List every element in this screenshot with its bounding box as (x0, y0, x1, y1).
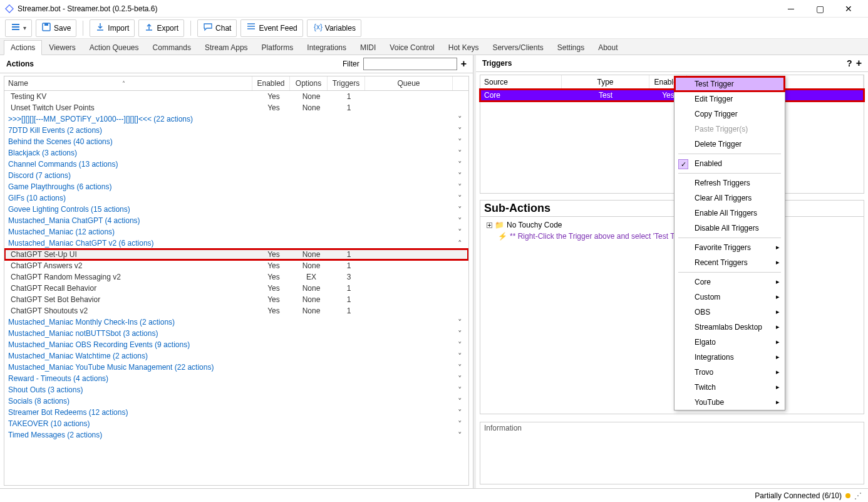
actions-list[interactable]: Name˄ Enabled Options Triggers Queue Tes… (4, 76, 469, 486)
menu-edit-trigger[interactable]: Edit Trigger (674, 92, 785, 107)
tab-viewers[interactable]: Viewers (42, 40, 82, 55)
tab-hot-keys[interactable]: Hot Keys (442, 40, 486, 55)
group-label: Mustached_Maniac YouTube Music Managemen… (8, 363, 214, 372)
col-triggers[interactable]: Triggers (328, 76, 365, 90)
action-group[interactable]: Behind the Scenes (40 actions)˅ (4, 136, 468, 147)
action-group[interactable]: 7DTD Kill Events (2 actions)˅ (4, 125, 468, 136)
expand-icon[interactable]: + (487, 222, 492, 228)
action-row[interactable]: ChatGPT Set-Up UIYesNone1 (4, 249, 468, 260)
import-button[interactable]: Import (90, 19, 135, 37)
chevron-down-icon: ˅ (458, 216, 462, 226)
sub-actions-title: Sub-Actions (480, 201, 864, 217)
action-group[interactable]: Mustached_Maniac Monthly Check-Ins (2 ac… (4, 316, 468, 328)
menu-clear-all-triggers[interactable]: Clear All Triggers (674, 191, 785, 206)
menu-delete-trigger[interactable]: Delete Trigger (674, 137, 785, 152)
save-button[interactable]: Save (36, 19, 76, 37)
chat-button[interactable]: Chat (197, 19, 237, 37)
tab-integrations[interactable]: Integrations (300, 40, 353, 55)
action-group[interactable]: Blackjack (3 actions)˅ (4, 147, 468, 159)
trigger-row[interactable]: Core Test Yes (480, 90, 864, 101)
action-row[interactable]: ChatGPT Shoutouts v2YesNone1 (4, 305, 468, 316)
action-group[interactable]: Channel Commands (13 actions)˅ (4, 159, 468, 170)
action-group[interactable]: Shout Outs (3 actions)˅ (4, 384, 468, 395)
tab-about[interactable]: About (591, 40, 624, 55)
menu-test-trigger[interactable]: Test Trigger (674, 76, 785, 92)
action-group[interactable]: Govee Lighting Controls (15 actions)˅ (4, 204, 468, 215)
action-group[interactable]: Socials (8 actions)˅ (4, 395, 468, 407)
tab-commands[interactable]: Commands (146, 40, 198, 55)
action-group[interactable]: Streamer Bot Redeems (12 actions)˅ (4, 407, 468, 418)
menu-custom[interactable]: Custom▸ (674, 290, 785, 305)
tab-actions[interactable]: Actions (4, 40, 42, 55)
action-row[interactable]: ChatGPT Random Messaging v2YesEX3 (4, 271, 468, 283)
action-row[interactable]: Unset Twitch User PointsYesNone1 (4, 102, 468, 113)
menu-twitch[interactable]: Twitch▸ (674, 380, 785, 395)
action-group[interactable]: Reward - Timeouts (4 actions)˅ (4, 373, 468, 384)
group-label: Shout Outs (3 actions) (8, 385, 83, 394)
menu-core[interactable]: Core▸ (674, 275, 785, 290)
action-group[interactable]: TAKEOVER (10 actions)˅ (4, 418, 468, 429)
col-type[interactable]: Type (562, 75, 649, 89)
action-group[interactable]: Game Playthroughs (6 actions)˅ (4, 181, 468, 192)
variables-button[interactable]: {x} Variables (307, 19, 361, 37)
sort-caret-icon: ˄ (122, 80, 125, 87)
menu-copy-trigger[interactable]: Copy Trigger (674, 107, 785, 122)
action-row[interactable]: Testing KVYesNone1 (4, 91, 468, 102)
menu-elgato[interactable]: Elgato▸ (674, 335, 785, 350)
menu-recent-triggers[interactable]: Recent Triggers▸ (674, 255, 785, 270)
menu-streamlabs[interactable]: Streamlabs Desktop▸ (674, 320, 785, 335)
menu-disable-all-triggers[interactable]: Disable All Triggers (674, 221, 785, 236)
action-group[interactable]: Mustached_Maniac notBUTTSbot (3 actions)… (4, 328, 468, 339)
export-icon (144, 22, 154, 34)
col-source[interactable]: Source (480, 75, 562, 89)
tab-servers-clients[interactable]: Servers/Clients (485, 40, 550, 55)
col-enabled[interactable]: Enabled (252, 76, 290, 90)
menu-refresh-triggers[interactable]: Refresh Triggers (674, 175, 785, 191)
event-feed-button[interactable]: Event Feed (240, 19, 302, 37)
close-button[interactable]: ✕ (834, 0, 863, 18)
separator (83, 21, 83, 36)
action-group[interactable]: Mustached_Maniac OBS Recording Events (9… (4, 339, 468, 350)
folder-icon: 📁 (495, 221, 504, 229)
tab-settings[interactable]: Settings (550, 40, 591, 55)
action-group[interactable]: Mustached_Mania ChatGPT (4 actions)˅ (4, 215, 468, 226)
minimize-button[interactable]: ─ (777, 0, 805, 18)
action-group[interactable]: GIFs (10 actions)˅ (4, 192, 468, 204)
tab-platforms[interactable]: Platforms (255, 40, 301, 55)
add-action-button[interactable]: + (461, 58, 467, 70)
sub-actions-tree[interactable]: + 📁 No Touchy Code ⚡ ** Right-Click the … (480, 217, 864, 244)
action-group[interactable]: >>>[][][][---MM_SPOTiFY_v1000---][][][]<… (4, 113, 468, 125)
menu-button[interactable]: ▾ (5, 19, 32, 37)
export-button[interactable]: Export (138, 19, 184, 37)
triggers-list[interactable]: Source Type Enabled Criteria Core Test Y… (480, 75, 864, 194)
action-group[interactable]: Mustached_Maniac YouTube Music Managemen… (4, 362, 468, 373)
tab-action-queues[interactable]: Action Queues (83, 40, 146, 55)
menu-trovo[interactable]: Trovo▸ (674, 365, 785, 380)
maximize-button[interactable]: ▢ (805, 0, 834, 18)
menu-obs[interactable]: OBS▸ (674, 305, 785, 320)
menu-integrations[interactable]: Integrations▸ (674, 350, 785, 365)
help-button[interactable]: ? (847, 58, 852, 68)
action-group[interactable]: Mustached_Maniac (12 actions)˅ (4, 226, 468, 238)
tab-voice-control[interactable]: Voice Control (383, 40, 441, 55)
menu-enable-all-triggers[interactable]: Enable All Triggers (674, 206, 785, 221)
col-name[interactable]: Name˄ (4, 76, 252, 90)
action-group[interactable]: Discord (7 actions)˅ (4, 170, 468, 181)
trigger-type: Test (562, 91, 649, 100)
menu-favorite-triggers[interactable]: Favorite Triggers▸ (674, 240, 785, 255)
col-options[interactable]: Options (290, 76, 328, 90)
action-group[interactable]: Timed Messages (2 actions)˅ (4, 429, 468, 441)
action-group[interactable]: Mustached_Maniac Watchtime (2 actions)˅ (4, 350, 468, 362)
action-group[interactable]: Mustached_Maniac ChatGPT v2 (6 actions)˄ (4, 238, 468, 249)
filter-input[interactable] (363, 58, 457, 70)
action-row[interactable]: ChatGPT Recall BehaviorYesNone1 (4, 283, 468, 294)
action-row[interactable]: ChatGPT Answers v2YesNone1 (4, 260, 468, 271)
menu-enabled-toggle[interactable]: ✓Enabled (674, 156, 785, 171)
col-queue[interactable]: Queue (365, 76, 453, 90)
menu-youtube[interactable]: YouTube▸ (674, 395, 785, 410)
add-trigger-button[interactable]: + (856, 58, 862, 69)
tree-node[interactable]: + 📁 No Touchy Code (487, 219, 857, 231)
tab-midi[interactable]: MIDI (353, 40, 383, 55)
action-row[interactable]: ChatGPT Set Bot BehaviorYesNone1 (4, 294, 468, 305)
tab-stream-apps[interactable]: Stream Apps (198, 40, 255, 55)
